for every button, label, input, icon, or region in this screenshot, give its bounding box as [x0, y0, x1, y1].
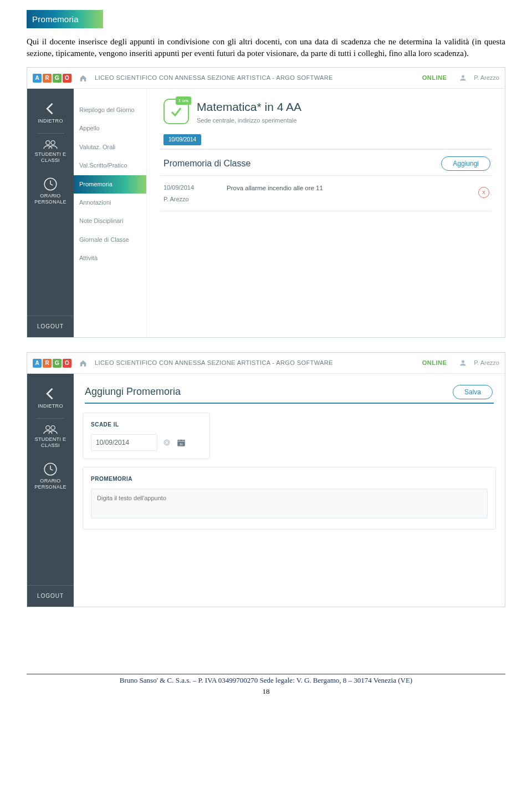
footer-divider [27, 674, 505, 674]
status-online: ONLINE [422, 359, 447, 367]
rail-back[interactable]: INDIETRO [27, 99, 74, 133]
rail-studenti-label: STUDENTI E CLASSI [27, 151, 74, 164]
promemoria-label: PROMEMORIA [91, 475, 488, 483]
sidebar-item-annotazioni[interactable]: Annotazioni [74, 194, 146, 212]
sidebar-item-attivita[interactable]: Attività [74, 249, 146, 267]
rail-back-label: INDIETRO [27, 403, 74, 409]
user-icon [459, 359, 467, 367]
class-check-badge: 1 ora [163, 99, 189, 124]
sidebar-item-giornale[interactable]: Giornale di Classe [74, 231, 146, 249]
logo-letter: R [43, 74, 52, 83]
rail-back[interactable]: INDIETRO [27, 384, 74, 418]
svg-point-1 [51, 140, 55, 144]
rail-studenti[interactable]: STUDENTI E CLASSI [27, 134, 74, 172]
logo-letter: A [33, 359, 42, 368]
save-button[interactable]: Salva [453, 385, 493, 399]
rail-back-label: INDIETRO [27, 118, 74, 124]
chevron-left-icon [43, 386, 58, 402]
rail-orario[interactable]: ORARIO PERSONALE [27, 172, 74, 214]
memo-author: P. Arezzo [163, 195, 211, 204]
home-icon[interactable] [79, 74, 87, 82]
sub-sidebar: Riepilogo del Giorno Appello Valutaz. Or… [74, 89, 147, 337]
date-chip[interactable]: 10/09/2014 [163, 134, 201, 145]
promemoria-textarea[interactable] [91, 489, 488, 519]
page-number: 18 [27, 687, 505, 697]
rail-orario-label: ORARIO PERSONALE [27, 193, 74, 205]
close-icon: x [482, 188, 485, 196]
class-subtitle: Sede centrale, indirizzo sperimentale [197, 116, 301, 125]
divider [160, 149, 492, 150]
delete-button[interactable]: x [478, 187, 489, 198]
class-title: Matematica* in 4 AA [197, 99, 301, 115]
school-name: LICEO SCIENTIFICO CON ANNESSA SEZIONE AR… [95, 74, 418, 82]
check-icon [170, 105, 183, 118]
argo-logo: A R G O [33, 359, 71, 368]
screenshot-add-promemoria: A R G O LICEO SCIENTIFICO CON ANNESSA SE… [27, 352, 505, 607]
logo-letter: O [63, 74, 71, 83]
left-rail: INDIETRO STUDENTI E CLASSI ORARIO PERSON… [27, 374, 74, 607]
username-label: P. Arezzo [474, 74, 499, 82]
clock-icon [43, 177, 58, 191]
sidebar-item-appello[interactable]: Appello [74, 119, 146, 138]
title-divider [85, 403, 494, 404]
username-label: P. Arezzo [474, 359, 499, 367]
sidebar-item-note-disciplinari[interactable]: Note Disciplinari [74, 212, 146, 230]
rail-orario[interactable]: ORARIO PERSONALE [27, 458, 74, 499]
scade-label: SCADE IL [91, 421, 202, 429]
memo-text: Prova allarme incendio alle ore 11 [227, 184, 463, 192]
left-rail: INDIETRO STUDENTI E CLASSI ORARIO PERSON… [27, 89, 74, 337]
argo-logo: A R G O [33, 74, 71, 83]
svg-point-4 [51, 425, 55, 429]
logo-letter: G [53, 359, 62, 368]
page-title: Aggiungi Promemoria [85, 385, 181, 399]
rail-studenti-label: STUDENTI E CLASSI [27, 436, 74, 449]
status-online: ONLINE [422, 74, 447, 82]
svg-text:31: 31 [180, 443, 183, 446]
screenshot-promemoria-list: A R G O LICEO SCIENTIFICO CON ANNESSA SE… [27, 67, 505, 338]
footer-text: Bruno Sanso' & C. S.a.s. – P. IVA 034997… [27, 675, 505, 685]
sidebar-item-riepilogo[interactable]: Riepilogo del Giorno [74, 101, 146, 119]
home-icon[interactable] [79, 359, 87, 367]
class-header: 1 ora Matematica* in 4 AA Sede centrale,… [156, 99, 496, 125]
people-icon [42, 423, 59, 435]
clear-icon[interactable] [163, 439, 171, 446]
sidebar-item-valutaz-orali[interactable]: Valutaz. Orali [74, 138, 146, 156]
rail-orario-label: ORARIO PERSONALE [27, 478, 74, 490]
logo-letter: O [63, 359, 71, 368]
rail-studenti[interactable]: STUDENTI E CLASSI [27, 419, 74, 458]
scade-input[interactable] [91, 434, 157, 451]
ora-chip: 1 ora [176, 96, 191, 105]
memo-date: 10/09/2014 [163, 184, 211, 192]
user-icon [459, 74, 467, 82]
sidebar-item-val-scritto[interactable]: Val.Scritto/Pratico [74, 156, 146, 175]
card-scade: SCADE IL 31 [83, 413, 210, 459]
section-title: Promemoria di Classe [163, 157, 250, 170]
chevron-left-icon [43, 101, 58, 116]
rail-logout[interactable]: LOGOUT [27, 316, 74, 337]
logo-letter: R [43, 359, 52, 368]
memo-row: 10/09/2014 P. Arezzo Prova allarme incen… [156, 176, 496, 210]
card-promemoria: PROMEMORIA [83, 467, 496, 530]
logo-letter: A [33, 74, 42, 83]
svg-point-0 [46, 140, 50, 144]
calendar-icon[interactable]: 31 [176, 438, 186, 448]
body-paragraph: Qui il docente inserisce degli appunti i… [27, 36, 505, 59]
main-content: 1 ora Matematica* in 4 AA Sede centrale,… [147, 89, 505, 337]
logo-letter: G [53, 74, 62, 83]
section-badge: Promemoria [27, 10, 103, 28]
people-icon [42, 138, 59, 150]
add-button[interactable]: Aggiungi [441, 156, 490, 171]
app-topbar: A R G O LICEO SCIENTIFICO CON ANNESSA SE… [27, 68, 505, 89]
app-topbar: A R G O LICEO SCIENTIFICO CON ANNESSA SE… [27, 353, 505, 374]
clock-icon [43, 462, 58, 476]
divider-thin [160, 211, 492, 211]
sidebar-item-promemoria[interactable]: Promemoria [74, 175, 146, 194]
main-content: Aggiungi Promemoria Salva SCADE IL 31 PR… [74, 374, 505, 607]
rail-logout[interactable]: LOGOUT [27, 585, 74, 607]
svg-point-3 [46, 425, 50, 429]
school-name: LICEO SCIENTIFICO CON ANNESSA SEZIONE AR… [95, 359, 418, 367]
